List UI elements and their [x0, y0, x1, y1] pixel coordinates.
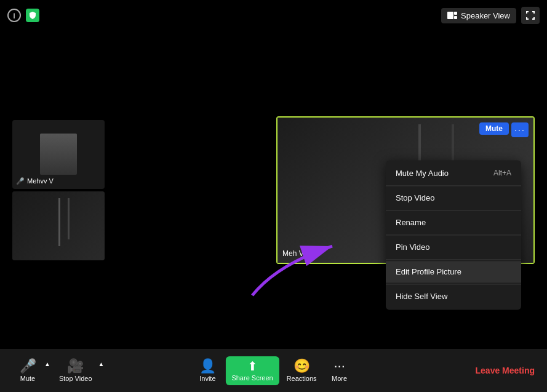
share-screen-icon: ⬆: [247, 360, 258, 372]
reactions-button[interactable]: 😊 Reactions: [282, 356, 322, 386]
stop-video-label: Stop Video: [59, 375, 92, 382]
share-screen-button[interactable]: ⬆ Share Screen: [225, 356, 279, 385]
speaker-view-label: Speaker View: [461, 11, 510, 20]
video-caret[interactable]: ▲: [96, 361, 107, 367]
more-label: More: [332, 375, 347, 382]
menu-label-pin: Pin Video: [396, 242, 429, 252]
more-overlay-button[interactable]: ···: [511, 122, 529, 137]
menu-item-rename[interactable]: Rename: [386, 212, 521, 233]
context-menu: Mute My Audio Alt+A Stop Video Rename Pi…: [386, 160, 521, 310]
participant-name-1: Mehvv V: [27, 177, 54, 185]
svg-rect-2: [454, 16, 457, 19]
leave-meeting-button[interactable]: Leave Meeting: [476, 366, 535, 375]
share-screen-label: Share Screen: [231, 374, 273, 382]
fullscreen-button[interactable]: [521, 7, 540, 24]
menu-item-stop-video[interactable]: Stop Video: [386, 187, 521, 209]
participant-thumb-2[interactable]: [12, 191, 105, 260]
top-left-icons: i: [7, 9, 39, 22]
invite-icon: 👤: [199, 359, 216, 373]
more-button[interactable]: ··· More: [324, 356, 355, 386]
menu-divider-2: [386, 210, 521, 210]
svg-rect-0: [447, 12, 453, 19]
reactions-icon: 😊: [293, 359, 310, 373]
left-panel: 🎤 Mehvv V: [12, 120, 105, 260]
invite-button[interactable]: 👤 Invite: [192, 356, 223, 386]
more-icon: ···: [333, 359, 345, 373]
participant-label-1: 🎤 Mehvv V: [16, 177, 54, 185]
menu-item-edit-profile[interactable]: Edit Profile Picture: [386, 261, 521, 282]
menu-item-mute-audio[interactable]: Mute My Audio Alt+A: [386, 162, 521, 184]
participant-thumb-1[interactable]: 🎤 Mehvv V: [12, 120, 105, 189]
bottom-toolbar: 🎤 Mute ▲ 🎥 Stop Video ▲ 👤 Invite ⬆ Share…: [0, 349, 547, 392]
shield-icon[interactable]: [26, 9, 39, 22]
menu-label-mute: Mute My Audio: [396, 169, 449, 178]
video-icon: 🎥: [67, 359, 84, 373]
menu-divider-5: [386, 284, 521, 284]
invite-label: Invite: [199, 375, 215, 382]
toolbar-left: 🎤 Mute ▲ 🎥 Stop Video ▲: [12, 356, 106, 386]
speaker-view-button[interactable]: Speaker View: [441, 8, 516, 23]
toolbar-center: 👤 Invite ⬆ Share Screen 😊 Reactions ··· …: [192, 356, 354, 386]
top-right-controls: Speaker View: [441, 7, 540, 24]
mic-off-icon: 🎤: [16, 177, 25, 185]
stop-video-button[interactable]: 🎥 Stop Video: [54, 356, 97, 386]
menu-label-edit-profile: Edit Profile Picture: [396, 267, 461, 276]
menu-label-rename: Rename: [396, 218, 426, 227]
menu-item-hide-self[interactable]: Hide Self View: [386, 286, 521, 307]
menu-label-hide-self: Hide Self View: [396, 292, 447, 301]
info-icon[interactable]: i: [7, 9, 21, 22]
mute-button[interactable]: 🎤 Mute: [12, 356, 43, 386]
arrow-annotation: [240, 234, 363, 310]
menu-shortcut-mute: Alt+A: [493, 169, 511, 177]
microphone-icon: 🎤: [20, 359, 36, 373]
mute-overlay-button[interactable]: Mute: [479, 122, 509, 135]
reactions-label: Reactions: [287, 375, 317, 382]
menu-item-pin-video[interactable]: Pin Video: [386, 236, 521, 258]
toolbar-right: Leave Meeting: [476, 366, 535, 375]
menu-divider-4: [386, 259, 521, 260]
svg-rect-1: [454, 12, 457, 15]
mute-label: Mute: [20, 375, 35, 382]
menu-divider-1: [386, 185, 521, 186]
menu-label-stop-video: Stop Video: [396, 193, 434, 202]
top-bar: i Speaker View: [0, 0, 547, 31]
menu-divider-3: [386, 234, 521, 235]
mute-caret[interactable]: ▲: [42, 361, 53, 367]
